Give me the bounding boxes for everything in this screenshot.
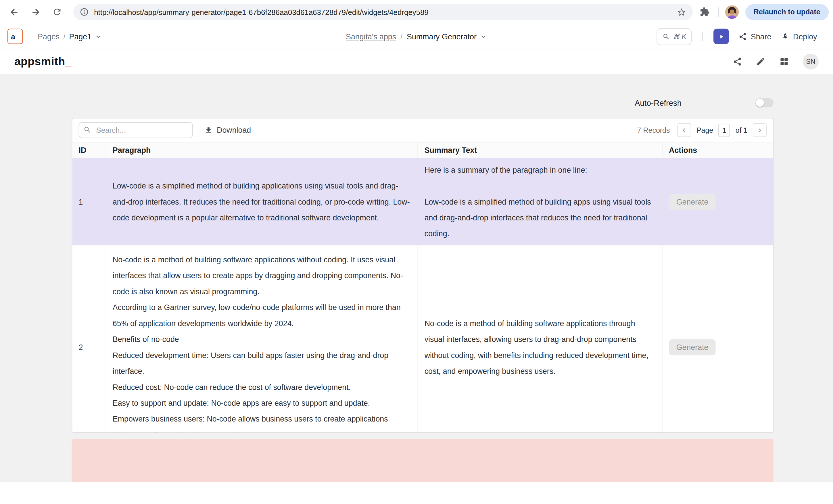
relaunch-button[interactable]: Relaunch to update bbox=[745, 4, 829, 20]
search-icon bbox=[84, 126, 91, 134]
cell-actions: Generate bbox=[663, 158, 773, 245]
records-count: 7 Records bbox=[637, 126, 670, 134]
column-header-actions[interactable]: Actions bbox=[663, 142, 773, 158]
appsmith-logo-icon[interactable]: a_ bbox=[7, 29, 23, 44]
column-header-summary[interactable]: Summary Text bbox=[418, 142, 663, 158]
generate-button[interactable]: Generate bbox=[669, 339, 716, 355]
column-header-paragraph[interactable]: Paragraph bbox=[106, 142, 418, 158]
reload-icon[interactable] bbox=[50, 5, 64, 19]
current-page-name[interactable]: Page1 bbox=[69, 32, 92, 41]
appsmith-wordmark: appsmith_ bbox=[15, 55, 72, 68]
page-input[interactable] bbox=[719, 124, 730, 137]
omnibar-search-button[interactable]: ⌘ K bbox=[657, 28, 692, 45]
error-banner-widget bbox=[72, 439, 774, 482]
app-canvas: Auto-Refresh Download 7 Records bbox=[0, 74, 833, 482]
toggle-knob bbox=[756, 99, 764, 107]
user-avatar[interactable]: SN bbox=[803, 54, 818, 70]
share-button[interactable]: Share bbox=[738, 32, 771, 41]
workspace-link[interactable]: Sangita's apps bbox=[346, 32, 396, 41]
next-page-button[interactable] bbox=[753, 123, 767, 137]
pagination: Page of 1 bbox=[677, 123, 767, 137]
url-text[interactable]: http://localhost/app/summary-generator/p… bbox=[94, 8, 671, 16]
page-label: Page bbox=[696, 126, 713, 134]
generate-button[interactable]: Generate bbox=[669, 194, 716, 210]
download-label: Download bbox=[217, 126, 251, 135]
extensions-icon[interactable] bbox=[698, 5, 712, 19]
bookmark-star-icon[interactable] bbox=[676, 7, 686, 17]
auto-refresh-toggle[interactable] bbox=[755, 98, 774, 107]
table-body: 1 Low-code is a simplified method of bui… bbox=[72, 158, 773, 432]
cell-id: 2 bbox=[72, 245, 106, 432]
edit-pencil-icon[interactable] bbox=[756, 57, 765, 66]
deploy-label: Deploy bbox=[793, 32, 817, 41]
toolbar-divider bbox=[718, 7, 719, 17]
search-input[interactable] bbox=[79, 122, 193, 138]
cell-paragraph: No-code is a method of building software… bbox=[106, 245, 418, 432]
editor-topnav: a_ Pages / Page1 Sangita's apps / Summar… bbox=[0, 24, 833, 49]
forward-icon[interactable] bbox=[29, 5, 43, 19]
table-row[interactable]: 2 No-code is a method of building softwa… bbox=[72, 245, 773, 432]
search-icon bbox=[662, 33, 670, 40]
share-label: Share bbox=[751, 32, 771, 41]
cell-summary: No-code is a method of building software… bbox=[418, 245, 663, 432]
preview-play-button[interactable] bbox=[713, 29, 729, 44]
cell-paragraph: Low-code is a simplified method of build… bbox=[106, 158, 418, 245]
cell-id: 1 bbox=[72, 158, 106, 245]
cell-actions: Generate bbox=[663, 245, 773, 432]
chevron-down-icon[interactable] bbox=[480, 33, 487, 40]
auto-refresh-label: Auto-Refresh bbox=[635, 98, 682, 107]
table-widget: Download 7 Records Page of 1 ID bbox=[72, 118, 774, 433]
table-search bbox=[79, 122, 193, 138]
app-name[interactable]: Summary Generator bbox=[407, 32, 477, 41]
table-header-row: ID Paragraph Summary Text Actions bbox=[72, 142, 773, 158]
download-button[interactable]: Download bbox=[205, 126, 251, 135]
editor-topnav-right: ⌘ K Share Deploy bbox=[657, 28, 826, 45]
rocket-icon bbox=[781, 32, 790, 41]
url-bar[interactable]: http://localhost/app/summary-generator/p… bbox=[73, 4, 693, 20]
column-header-id[interactable]: ID bbox=[72, 142, 106, 158]
apps-grid-icon[interactable] bbox=[779, 57, 789, 66]
prev-page-button[interactable] bbox=[677, 123, 691, 137]
back-icon[interactable] bbox=[7, 5, 21, 19]
browser-toolbar: http://localhost/app/summary-generator/p… bbox=[0, 0, 833, 24]
topnav-divider bbox=[703, 32, 703, 41]
app-header-actions: SN bbox=[733, 54, 818, 70]
profile-avatar[interactable] bbox=[725, 5, 739, 19]
download-icon bbox=[205, 126, 213, 134]
screen: http://localhost/app/summary-generator/p… bbox=[0, 0, 833, 504]
app-breadcrumb: Sangita's apps / Summary Generator bbox=[346, 32, 487, 41]
site-info-icon[interactable] bbox=[80, 7, 89, 16]
deploy-button[interactable]: Deploy bbox=[781, 32, 817, 41]
app-header: appsmith_ SN bbox=[0, 49, 833, 74]
pages-breadcrumb: Pages / Page1 bbox=[38, 32, 102, 41]
play-icon bbox=[718, 33, 724, 40]
app-share-icon[interactable] bbox=[733, 57, 742, 66]
page-total-label: of 1 bbox=[736, 126, 747, 134]
chevron-down-icon[interactable] bbox=[95, 33, 102, 40]
browser-toolbar-right: Relaunch to update bbox=[698, 4, 829, 20]
pages-label[interactable]: Pages bbox=[38, 32, 60, 41]
table-row[interactable]: 1 Low-code is a simplified method of bui… bbox=[72, 158, 773, 245]
share-icon bbox=[738, 32, 747, 41]
search-shortcut-label: ⌘ K bbox=[673, 32, 686, 41]
table-toolbar: Download 7 Records Page of 1 bbox=[72, 118, 773, 142]
cell-summary: Here is a summary of the paragraph in on… bbox=[418, 158, 663, 245]
